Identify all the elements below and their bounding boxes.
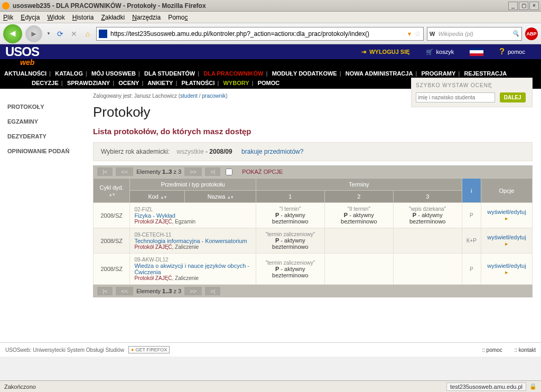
show-options-checkbox[interactable] [226, 169, 232, 175]
main-nav: AKTUALNOŚCI| KATALOG| MÓJ USOSWEB| DLA S… [0, 69, 541, 78]
help-link[interactable]: ? pomoc [499, 47, 525, 57]
nav-aktualnosci[interactable]: AKTUALNOŚCI [4, 70, 46, 77]
footer-pomoc[interactable]: :: pomoc [482, 347, 502, 353]
subnav-oceny[interactable]: OCENY [118, 80, 139, 86]
th-nazwa[interactable]: Nazwa ▲▼ [184, 191, 256, 203]
term-cell [324, 228, 393, 254]
subnav-decyzje[interactable]: DECYZJE [32, 80, 59, 86]
adblock-icon[interactable]: ABP [525, 27, 538, 40]
year-current[interactable]: 2008/09 [209, 148, 232, 155]
window-titlebar: usosweb235 - DLA PRACOWNIKÓW - Protokoły… [0, 0, 541, 12]
back-button[interactable]: ◄ [3, 24, 22, 43]
sidebar-opiniowanie[interactable]: OPINIOWANIE PODAŃ [5, 144, 79, 158]
close-button[interactable]: × [529, 2, 539, 10]
site-favicon [99, 30, 107, 38]
url-bar[interactable]: https://test235usosweb.amu.edu.pl/kontro… [96, 27, 424, 41]
term-cell [393, 254, 462, 285]
role-student-link[interactable]: student [180, 93, 198, 99]
bookmark-star-icon[interactable]: ☆ [414, 30, 421, 38]
pager-label: Elementy 1..3 z 3 [136, 169, 181, 175]
term-cell: "II termin"P - aktywny bezterminowo [324, 203, 393, 228]
menu-pomoc[interactable]: Pomoc [168, 14, 188, 21]
missing-subjects-link[interactable]: brakuje przedmiotów? [241, 148, 303, 155]
nav-moduly[interactable]: MODUŁY DODATKOWE [272, 70, 337, 77]
nav-moj-usosweb[interactable]: MÓJ USOSWEB [91, 70, 136, 77]
course-link[interactable]: Technologia informacyjna - Konwersatoriu… [134, 238, 251, 244]
search-bar[interactable]: W Wikipedia (pl) 🔍 [427, 27, 522, 41]
forward-button[interactable]: ► [25, 25, 42, 42]
feed-icon[interactable]: ▾ [408, 30, 411, 38]
home-button[interactable]: ⌂ [82, 29, 93, 39]
th-terminy: Terminy [256, 179, 462, 191]
pager-next[interactable]: >> [184, 167, 202, 176]
nav-dla-pracownikow[interactable]: DLA PRACOWNIKÓW [203, 70, 263, 77]
menu-narzedzia[interactable]: Narzędzia [132, 14, 161, 21]
usos-logo[interactable]: USOS [0, 44, 44, 59]
subnav-wybory[interactable]: WYBORY [223, 80, 249, 86]
role-pracownik-link[interactable]: pracownik [202, 93, 226, 99]
minimize-button[interactable]: _ [508, 2, 518, 10]
pager-last[interactable]: >| [205, 167, 220, 176]
view-edit-link[interactable]: wyświetl/edytuj [487, 263, 526, 269]
stop-button[interactable]: ✕ [69, 29, 79, 39]
options-cell: wyświetl/edytuj ▸ [481, 228, 532, 254]
arrow-icon: ▸ [505, 215, 508, 221]
cart-link[interactable]: 🛒 koszyk [426, 49, 454, 55]
view-edit-link[interactable]: wyświetl/edytuj [487, 209, 526, 215]
pager-first[interactable]: |< [97, 167, 113, 176]
sidebar-dezyderaty[interactable]: DEZYDERATY [5, 129, 79, 144]
th-cycle[interactable]: Cykl dyd. ▲▼ [94, 179, 130, 203]
pager-last-b[interactable]: >| [205, 287, 220, 295]
show-options-label[interactable]: POKAŻ OPCJE [242, 169, 283, 175]
logout-link[interactable]: ⇥ WYLOGUJ SIĘ [361, 49, 409, 55]
browser-menubar: Plik Edycja Widok Historia Zakładki Narz… [0, 12, 541, 23]
reload-button[interactable]: ⟳ [55, 29, 66, 39]
menu-zakladki[interactable]: Zakładki [101, 14, 125, 21]
pager-first-b[interactable]: |< [97, 287, 113, 295]
nav-katalog[interactable]: KATALOG [55, 70, 83, 77]
sidebar-protokoly[interactable]: PROTOKOŁY [5, 99, 79, 114]
quick-grade-submit[interactable]: DALEJ [500, 92, 526, 102]
subnav-sprawdziany[interactable]: SPRAWDZIANY [67, 80, 110, 86]
subnav-ankiety[interactable]: ANKIETY [147, 80, 173, 86]
nav-rejestracja[interactable]: REJESTRACJA [464, 70, 507, 77]
nav-dla-studentow[interactable]: DLA STUDENTÓW [144, 70, 195, 77]
menu-plik[interactable]: Plik [3, 14, 13, 21]
year-all[interactable]: wszystkie [176, 148, 203, 155]
pager-prev-b[interactable]: << [116, 287, 133, 295]
nav-programy[interactable]: PROGRAMY [421, 70, 455, 77]
pager-bottom: |< << Elementy 1..3 z 3 >> >| [93, 285, 533, 297]
usos-web-label: web [20, 58, 34, 67]
sidebar-egzaminy[interactable]: EGZAMINY [5, 114, 79, 129]
table-row: 2008/SZ09-AKW-DL12Wiedza o akwizycji i n… [94, 254, 533, 285]
maximize-button[interactable]: ▢ [519, 2, 528, 10]
menu-historia[interactable]: Historia [72, 14, 94, 21]
search-engine-icon[interactable]: W [430, 31, 435, 37]
course-link[interactable]: Fizyka - Wykład [134, 212, 251, 219]
pager-next-b[interactable]: >> [184, 287, 202, 295]
th-kod[interactable]: Kod ▲▼ [130, 191, 185, 203]
term-cell: "I termin"P - aktywny bezterminowo [256, 203, 324, 228]
browser-statusbar: Zakończono test235usosweb.amu.edu.pl 🔒 [0, 380, 541, 392]
footer-text: USOSweb: Uniwersytecki System Obsługi St… [5, 347, 124, 353]
view-edit-link[interactable]: wyświetl/edytuj [487, 234, 526, 240]
subnav-pomoc[interactable]: POMOC [258, 80, 280, 86]
footer-kontakt[interactable]: :: kontakt [514, 347, 536, 353]
history-dropdown[interactable]: ▼ [45, 25, 52, 42]
cycle-cell: 2008/SZ [94, 228, 130, 254]
table-row: 2008/SZ09-CETECH-11Technologia informacy… [94, 228, 533, 254]
course-link[interactable]: Wiedza o akwizycji i nauce języków obcyc… [134, 263, 251, 275]
help-icon: ? [499, 47, 505, 57]
pager-prev[interactable]: << [116, 167, 133, 176]
page-footer: USOSweb: Uniwersytecki System Obsługi St… [0, 342, 541, 357]
student-name-input[interactable] [416, 92, 495, 102]
get-firefox-badge[interactable]: ●GET FIREFOX [128, 346, 170, 353]
menu-widok[interactable]: Widok [47, 14, 64, 21]
subnav-platnosci[interactable]: PŁATNOŚCI [182, 80, 215, 86]
th-opcje: Opcje [481, 179, 532, 203]
search-go-icon[interactable]: 🔍 [512, 30, 519, 37]
nav-administracja[interactable]: NOWA ADMINISTRACJA [346, 70, 413, 77]
protokoly-table: Cykl dyd. ▲▼ Przedmiot i typ protokołu T… [93, 178, 533, 285]
menu-edycja[interactable]: Edycja [21, 14, 40, 21]
language-flag[interactable] [470, 48, 483, 56]
